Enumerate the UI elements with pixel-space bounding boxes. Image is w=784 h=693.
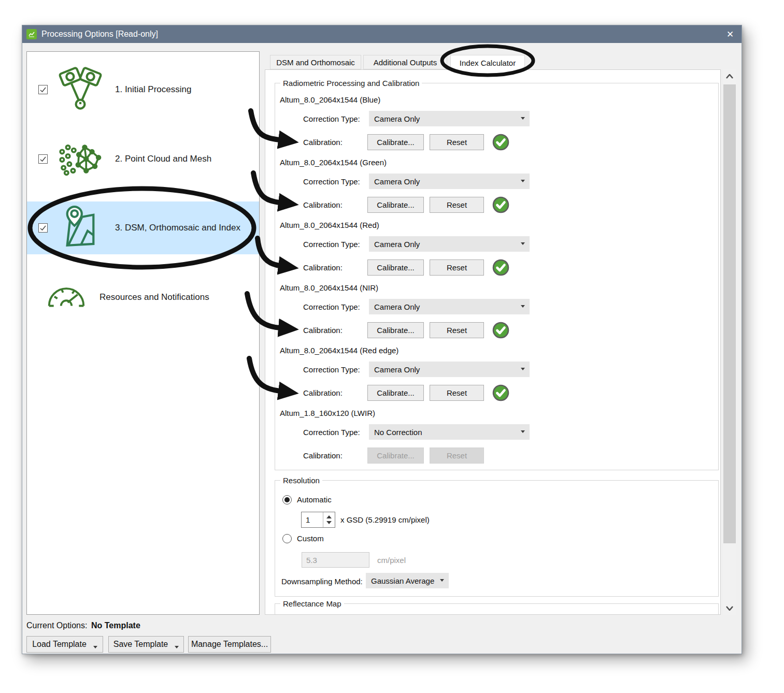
correction-type-value: No Correction	[374, 428, 422, 437]
chevron-down-icon	[521, 430, 525, 433]
load-template-label: Load Template	[32, 640, 87, 649]
reset-button[interactable]: Reset	[430, 385, 484, 401]
cameras-icon	[57, 66, 104, 113]
correction-type-dropdown[interactable]: Camera Only	[369, 299, 530, 314]
sidebar-item-initial-processing[interactable]: 1. Initial Processing	[27, 63, 259, 116]
correction-type-dropdown[interactable]: Camera Only	[369, 174, 530, 189]
custom-radio[interactable]	[282, 534, 292, 543]
sidebar-item-label: 1. Initial Processing	[115, 84, 191, 95]
correction-type-label: Correction Type:	[303, 114, 360, 123]
reflectance-group-title: Reflectance Map	[280, 599, 344, 608]
calibrate-button[interactable]: Calibrate...	[367, 447, 424, 464]
sidebar-item-label: 2. Point Cloud and Mesh	[115, 154, 211, 164]
automatic-radio[interactable]	[282, 495, 292, 504]
correction-type-dropdown[interactable]: Camera Only	[369, 111, 530, 126]
correction-type-dropdown[interactable]: No Correction	[369, 424, 530, 440]
correction-type-value: Camera Only	[374, 365, 420, 374]
title-bar[interactable]: Processing Options [Read-only] ✕	[22, 25, 742, 43]
band-name: Altum_8.0_2064x1544 (NIR)	[280, 283, 378, 292]
correction-type-value: Camera Only	[374, 114, 420, 123]
calibrate-button[interactable]: Calibrate...	[367, 385, 424, 401]
scroll-up-icon[interactable]	[723, 69, 736, 83]
menu-arrow-icon	[175, 646, 179, 648]
screenshot-stage: Processing Options [Read-only] ✕ 1. Init…	[0, 0, 784, 693]
reset-button[interactable]: Reset	[430, 259, 484, 276]
tab-index-calculator[interactable]: Index Calculator	[450, 55, 525, 70]
chevron-down-icon	[521, 242, 525, 245]
reflectance-groupbox: Reflectance Map	[275, 603, 719, 615]
window-title: Processing Options [Read-only]	[41, 30, 158, 39]
calibration-label: Calibration:	[303, 138, 343, 147]
spin-up-icon[interactable]	[326, 515, 332, 518]
correction-type-dropdown[interactable]: Camera Only	[369, 236, 530, 252]
correction-type-label: Correction Type:	[303, 302, 360, 311]
point-cloud-checkbox[interactable]	[38, 154, 48, 164]
manage-templates-label: Manage Templates...	[191, 640, 268, 649]
reset-button[interactable]: Reset	[430, 197, 484, 213]
correction-type-dropdown[interactable]: Camera Only	[369, 362, 530, 377]
reset-button[interactable]: Reset	[430, 322, 484, 338]
band-section: Altum_8.0_2064x1544 (Blue) Correction Ty…	[275, 95, 719, 158]
sidebar-item-label: Resources and Notifications	[99, 292, 209, 302]
spinner-arrows[interactable]	[323, 512, 335, 527]
spin-down-icon[interactable]	[326, 521, 332, 524]
resolution-groupbox: Resolution Automatic 1 x GSD (5.29919 cm…	[275, 480, 719, 597]
automatic-label: Automatic	[297, 495, 332, 504]
calibration-label: Calibration:	[303, 451, 343, 460]
sidebar-item-label: 3. DSM, Orthomosaic and Index	[115, 223, 240, 233]
sidebar-item-point-cloud[interactable]: 2. Point Cloud and Mesh	[27, 133, 259, 185]
gsd-multiplier-spinner[interactable]: 1	[301, 512, 335, 528]
point-cloud-icon	[57, 135, 104, 183]
sidebar-item-dsm-orthomosaic-index[interactable]: 3. DSM, Orthomosaic and Index	[27, 201, 259, 254]
load-template-button[interactable]: Load Template	[26, 636, 103, 653]
calibration-label: Calibration:	[303, 326, 343, 335]
reset-button[interactable]: Reset	[430, 447, 484, 464]
chevron-down-icon	[440, 579, 444, 582]
scrollbar-thumb[interactable]	[723, 84, 736, 543]
processing-options-dialog: Processing Options [Read-only] ✕ 1. Init…	[22, 25, 742, 654]
calibrated-check-icon	[492, 196, 509, 213]
calibrated-check-icon	[492, 384, 509, 401]
chevron-down-icon	[521, 305, 525, 308]
band-name: Altum_1.8_160x120 (LWIR)	[280, 409, 375, 417]
save-template-label: Save Template	[113, 640, 168, 649]
gsd-suffix-label: x GSD (5.29919 cm/pixel)	[340, 515, 430, 524]
vertical-scrollbar[interactable]	[723, 69, 736, 615]
close-button[interactable]: ✕	[719, 25, 742, 43]
band-name: Altum_8.0_2064x1544 (Green)	[280, 158, 387, 167]
chevron-down-icon	[521, 117, 525, 120]
custom-suffix-label: cm/pixel	[377, 556, 406, 565]
calibration-label: Calibration:	[303, 200, 343, 209]
calibrate-button[interactable]: Calibrate...	[367, 259, 424, 276]
calibrated-check-icon	[492, 134, 509, 151]
correction-type-label: Correction Type:	[303, 365, 360, 374]
scroll-down-icon[interactable]	[723, 601, 736, 615]
calibrate-button[interactable]: Calibrate...	[367, 322, 424, 338]
sidebar-item-resources-notifications[interactable]: Resources and Notifications	[27, 271, 259, 324]
menu-arrow-icon	[93, 646, 97, 648]
correction-type-label: Correction Type:	[303, 428, 360, 437]
tab-dsm-and-orthomosaic[interactable]: DSM and Orthomosaic	[270, 55, 361, 69]
dsm-checkbox[interactable]	[38, 223, 48, 233]
tab-additional-outputs[interactable]: Additional Outputs	[363, 55, 447, 69]
calibrate-button[interactable]: Calibrate...	[367, 197, 424, 213]
resolution-group-title: Resolution	[280, 476, 322, 485]
band-section: Altum_8.0_2064x1544 (NIR) Correction Typ…	[275, 283, 719, 346]
calibrated-check-icon	[492, 322, 509, 339]
bands-container: Altum_8.0_2064x1544 (Blue) Correction Ty…	[275, 95, 719, 473]
band-name: Altum_8.0_2064x1544 (Red)	[280, 221, 379, 229]
downsampling-method-value: Gaussian Average	[371, 576, 434, 585]
reset-button[interactable]: Reset	[430, 134, 484, 150]
downsampling-method-dropdown[interactable]: Gaussian Average	[366, 573, 449, 588]
save-template-button[interactable]: Save Template	[108, 636, 184, 653]
calibrate-button[interactable]: Calibrate...	[367, 134, 424, 150]
calibration-label: Calibration:	[303, 388, 343, 397]
downsampling-method-label: Downsampling Method:	[281, 577, 363, 586]
custom-resolution-input[interactable]: 5.3	[302, 552, 369, 568]
gsd-multiplier-value: 1	[306, 515, 310, 524]
processing-steps-panel: 1. Initial Processing	[26, 51, 260, 615]
correction-type-label: Correction Type:	[303, 177, 360, 186]
band-section: Altum_1.8_160x120 (LWIR) Correction Type…	[275, 409, 719, 471]
manage-templates-button[interactable]: Manage Templates...	[188, 636, 271, 653]
initial-processing-checkbox[interactable]	[38, 85, 48, 94]
